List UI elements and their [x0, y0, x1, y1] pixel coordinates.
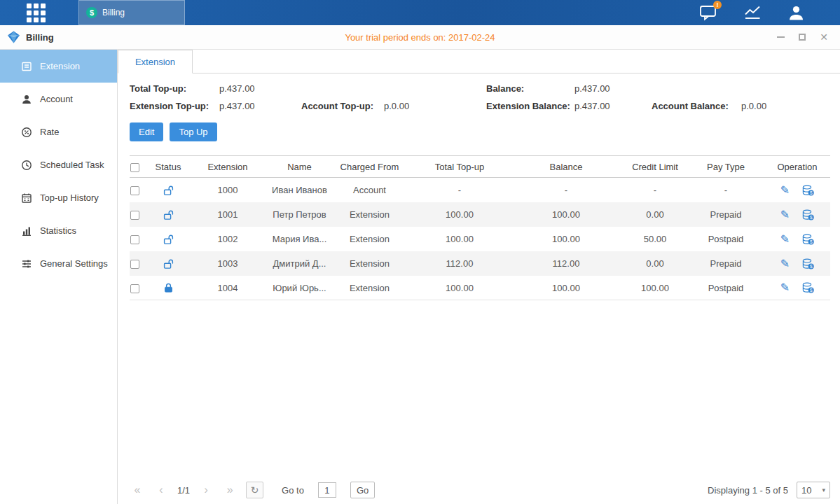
refresh-icon[interactable]: ↻ — [246, 482, 263, 498]
row-checkbox[interactable] — [130, 186, 139, 195]
sidebar-item-label: Rate — [40, 127, 59, 137]
edit-icon[interactable]: ✎ — [780, 185, 790, 196]
first-page-button[interactable]: « — [130, 482, 145, 498]
sidebar-item-rate[interactable]: Rate — [0, 115, 117, 148]
dollar-icon: $ — [86, 7, 97, 18]
maximize-button[interactable] — [797, 32, 807, 42]
billing-app-tab[interactable]: $ Billing — [78, 0, 185, 25]
billing-app-tab-label: Billing — [102, 8, 125, 18]
table-row: 1004 Юрий Юрь... Extension 100.00 100.00… — [130, 276, 830, 300]
last-page-button[interactable]: » — [222, 482, 237, 498]
credit-limit-cell: 0.00 — [623, 209, 687, 220]
topup-icon[interactable]: $ — [802, 234, 814, 245]
status-lock-icon — [163, 282, 174, 293]
total-topup-cell: 112.00 — [410, 258, 509, 269]
statistics-chart-icon[interactable] — [743, 5, 762, 20]
close-button[interactable]: ✕ — [819, 32, 829, 42]
summary-label: Total Top-up: — [130, 83, 219, 94]
prev-page-button[interactable]: ‹ — [153, 482, 169, 498]
topup-icon[interactable]: $ — [802, 185, 814, 196]
goto-page-input[interactable] — [318, 482, 336, 498]
summary-label: Extension Balance: — [486, 101, 574, 111]
goto-label: Go to — [282, 485, 304, 496]
select-all-checkbox[interactable] — [130, 163, 139, 172]
top-bar: $ Billing ! — [0, 0, 840, 25]
calendar-icon — [21, 192, 32, 204]
edit-icon[interactable]: ✎ — [780, 234, 790, 245]
tab-extension[interactable]: Extension — [118, 50, 193, 74]
topup-icon[interactable]: $ — [802, 282, 814, 293]
sidebar-item-label: Scheduled Task — [40, 160, 104, 170]
app-launcher-icon[interactable] — [27, 4, 46, 22]
credit-limit-cell: 0.00 — [623, 258, 687, 269]
clock-icon — [21, 160, 32, 171]
extension-cell: 1002 — [186, 234, 270, 244]
col-balance: Balance — [509, 162, 623, 172]
table-row: 1000 Иван Иванов Account - - - - ✎ $ — [130, 178, 830, 202]
charged-from-cell: Extension — [329, 234, 410, 244]
sidebar-item-statistics[interactable]: Statistics — [0, 214, 117, 247]
summary-label: Account Top-up: — [301, 101, 384, 111]
sidebar-item-account[interactable]: Account — [0, 83, 117, 115]
pay-type-cell: Postpaid — [687, 234, 764, 244]
total-topup-cell: 100.00 — [410, 209, 509, 220]
minimize-button[interactable] — [776, 32, 785, 42]
table-row: 1001 Петр Петров Extension 100.00 100.00… — [130, 202, 830, 227]
sidebar-item-general-settings[interactable]: General Settings — [0, 247, 117, 280]
next-page-button[interactable]: › — [198, 482, 214, 498]
summary-value: p.437.00 — [219, 83, 255, 94]
topup-icon[interactable]: $ — [802, 209, 814, 220]
name-cell: Юрий Юрь... — [270, 283, 329, 293]
sidebar-item-scheduled-task[interactable]: Scheduled Task — [0, 148, 117, 181]
row-checkbox[interactable] — [130, 235, 139, 244]
svg-text:$: $ — [810, 190, 813, 195]
balance-cell: 112.00 — [509, 258, 623, 269]
notification-badge: ! — [713, 1, 722, 9]
notifications-icon[interactable]: ! — [699, 4, 718, 21]
col-operation: Operation — [764, 162, 830, 172]
sidebar-item-label: Account — [40, 94, 73, 104]
sidebar-item-topup-history[interactable]: Top-up History — [0, 181, 117, 214]
sidebar-item-label: Top-up History — [40, 192, 99, 203]
table-row: 1003 Дмитрий Д... Extension 112.00 112.0… — [130, 251, 830, 276]
credit-limit-cell: 50.00 — [623, 234, 687, 244]
sliders-icon — [21, 258, 32, 270]
edit-button[interactable]: Edit — [130, 122, 163, 141]
sidebar-item-label: Extension — [40, 61, 80, 71]
name-cell: Мария Ива... — [270, 234, 329, 244]
user-account-icon[interactable] — [787, 5, 805, 21]
row-checkbox[interactable] — [130, 260, 139, 269]
summary-label: Extension Top-up: — [130, 101, 219, 111]
topup-icon[interactable]: $ — [802, 258, 814, 270]
pagination-bar: « ‹ 1/1 › » ↻ Go to Go Displaying 1 - 5 … — [130, 482, 830, 498]
action-buttons: Edit Top Up — [130, 122, 840, 141]
summary-value: p.437.00 — [574, 101, 610, 111]
page-size-select[interactable]: 10 ▾ — [797, 482, 830, 498]
row-checkbox[interactable] — [130, 284, 139, 293]
table-header: Status Extension Name Charged From Total… — [130, 155, 830, 178]
total-topup-cell: - — [410, 185, 509, 195]
go-button[interactable]: Go — [350, 482, 375, 498]
extension-table: Status Extension Name Charged From Total… — [130, 155, 830, 300]
edit-icon[interactable]: ✎ — [780, 258, 790, 270]
top-up-button[interactable]: Top Up — [170, 122, 216, 141]
row-checkbox[interactable] — [130, 211, 139, 220]
page-indicator: 1/1 — [177, 485, 190, 496]
col-credit-limit: Credit Limit — [623, 162, 687, 172]
edit-icon[interactable]: ✎ — [780, 282, 790, 293]
extension-cell: 1004 — [186, 283, 270, 293]
table-body: 1000 Иван Иванов Account - - - - ✎ $ — [130, 178, 830, 300]
col-pay-type: Pay Type — [687, 162, 764, 172]
pay-type-cell: - — [687, 185, 764, 195]
pay-type-cell: Prepaid — [687, 209, 764, 220]
account-balance-summary: Account Balance: p.0.00 — [652, 101, 840, 111]
credit-limit-cell: 100.00 — [623, 283, 687, 293]
balance-summary: Total Top-up: p.437.00 Balance: p.437.00… — [118, 74, 840, 111]
credit-limit-cell: - — [623, 185, 687, 195]
extension-cell: 1000 — [186, 185, 270, 195]
table-row: 1002 Мария Ива... Extension 100.00 100.0… — [130, 227, 830, 251]
billing-logo-icon — [7, 31, 20, 43]
sidebar-item-extension[interactable]: Extension — [0, 50, 117, 83]
status-lock-icon — [163, 209, 174, 219]
edit-icon[interactable]: ✎ — [780, 209, 790, 220]
